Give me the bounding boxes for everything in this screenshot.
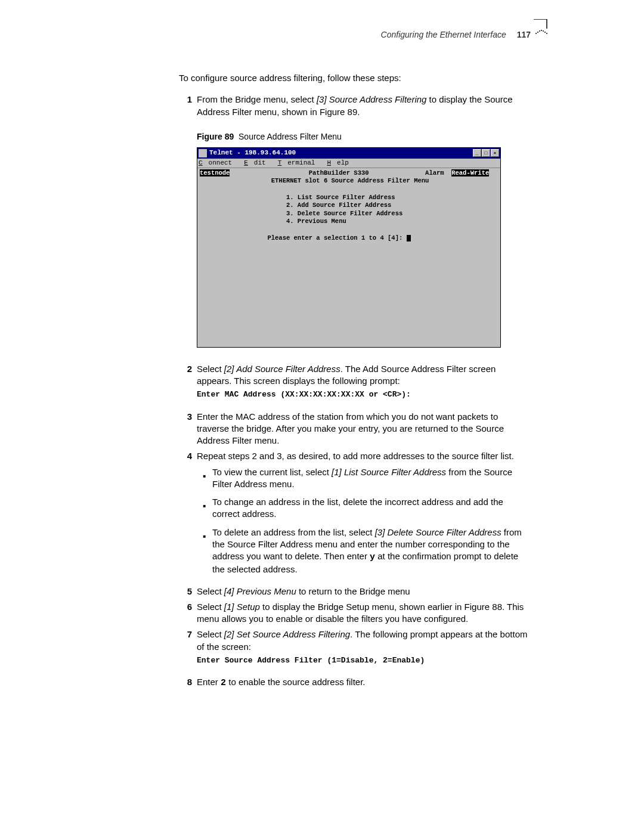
step-6: 6 Select [1] Setup to display the Bridge… [179, 601, 531, 625]
intro-paragraph: To configure source address filtering, f… [179, 72, 531, 84]
menu-connect[interactable]: Connect [199, 159, 238, 168]
svg-point-3 [541, 30, 542, 31]
step-number: 4 [179, 450, 192, 581]
menu-help[interactable]: Help [327, 159, 354, 168]
menu-edit[interactable]: Edit [244, 159, 271, 168]
window-controls: _ □ × [472, 149, 499, 157]
step-list: 1 From the Bridge menu, select [3] Sourc… [179, 94, 531, 689]
minimize-button[interactable]: _ [473, 149, 481, 157]
page-header: Configuring the Ethernet Interface 117 [179, 30, 531, 39]
step-content: Enter the MAC address of the station fro… [197, 411, 531, 447]
cursor-icon [407, 235, 411, 241]
list-item: To view the current list, select [1] Lis… [197, 466, 531, 491]
section-title: Configuring the Ethernet Interface [381, 30, 506, 39]
svg-point-6 [546, 33, 547, 34]
window-title: Telnet - 198.93.64.100 [209, 148, 472, 157]
step-number: 1 [179, 94, 192, 359]
svg-point-5 [544, 32, 546, 33]
step-4: 4 Repeat steps 2 and 3, as desired, to a… [179, 450, 531, 581]
step-number: 5 [179, 586, 192, 597]
page-number: 117 [517, 30, 531, 39]
step-7: 7 Select [2] Set Source Address Filterin… [179, 628, 531, 673]
step-3: 3 Enter the MAC address of the station f… [179, 411, 531, 447]
header-decoration-icon [534, 19, 549, 41]
step-number: 3 [179, 411, 192, 447]
svg-point-1 [537, 32, 538, 33]
step-number: 6 [179, 601, 192, 625]
mode-badge: Read-Write [451, 169, 489, 176]
step-5: 5 Select [4] Previous Menu to return to … [179, 586, 531, 597]
list-item: To change an address in the list, delete… [197, 496, 531, 521]
bullet-icon [197, 466, 212, 491]
step-content: Select [4] Previous Menu to return to th… [197, 586, 531, 597]
menu-terminal[interactable]: Terminal [278, 159, 321, 168]
step-number: 8 [179, 676, 192, 689]
step-content: Enter 2 to enable the source address fil… [197, 676, 531, 689]
step-1: 1 From the Bridge menu, select [3] Sourc… [179, 94, 531, 359]
sub-list: To view the current list, select [1] Lis… [197, 466, 531, 576]
menubar: Connect Edit Terminal Help [197, 159, 500, 168]
step-8: 8 Enter 2 to enable the source address f… [179, 676, 531, 689]
svg-point-4 [543, 30, 544, 32]
step-number: 7 [179, 628, 192, 673]
step-number: 2 [179, 363, 192, 407]
code-prompt-filter: Enter Source Address Filter (1=Disable, … [197, 655, 531, 666]
figure-caption: Figure 89 Source Address Filter Menu [197, 131, 531, 143]
step-content: Select [2] Set Source Address Filtering.… [197, 628, 531, 673]
step-content: Select [1] Setup to display the Bridge S… [197, 601, 531, 625]
svg-point-0 [535, 33, 537, 34]
code-prompt-mac: Enter MAC Address (XX:XX:XX:XX:XX:XX or … [197, 389, 531, 400]
list-item: To delete an address from the list, sele… [197, 527, 531, 576]
step-content: Repeat steps 2 and 3, as desired, to add… [197, 450, 531, 581]
svg-point-2 [539, 30, 540, 32]
terminal-content: testnode PathBuilder S330 Alarm Read-Wri… [197, 168, 500, 347]
step-2: 2 Select [2] Add Source Filter Address. … [179, 363, 531, 407]
hostname-badge: testnode [200, 169, 230, 176]
titlebar[interactable]: Telnet - 198.93.64.100 _ □ × [197, 148, 500, 159]
step-content: From the Bridge menu, select [3] Source … [197, 94, 531, 359]
bullet-icon [197, 496, 212, 521]
bullet-icon [197, 527, 212, 576]
step-content: Select [2] Add Source Filter Address. Th… [197, 363, 531, 407]
maximize-button[interactable]: □ [482, 149, 490, 157]
app-icon [199, 149, 207, 157]
close-button[interactable]: × [491, 149, 499, 157]
telnet-window: Telnet - 198.93.64.100 _ □ × Connect Edi… [197, 147, 501, 348]
